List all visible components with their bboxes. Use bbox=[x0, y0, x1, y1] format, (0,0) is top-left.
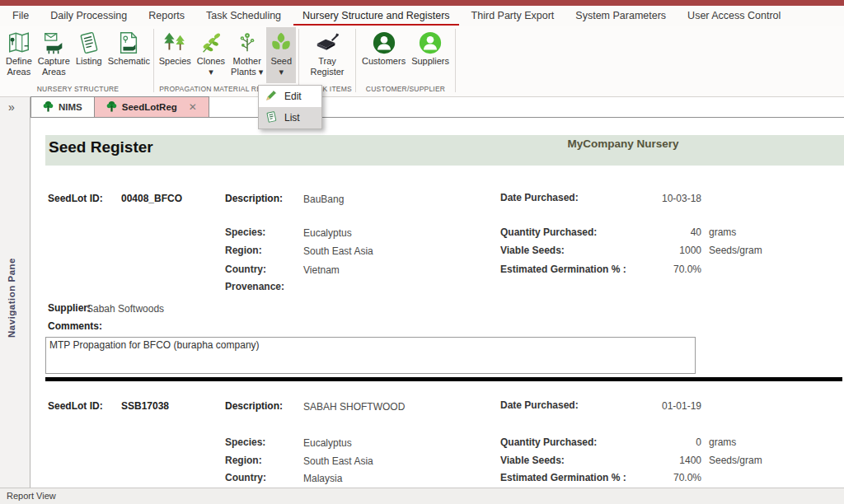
ribbon-tab-daily-processing[interactable]: Daily Processing bbox=[40, 6, 138, 26]
mother-plants-icon bbox=[235, 29, 260, 56]
suppliers-person-icon bbox=[418, 29, 443, 56]
ribbon-tab-file[interactable]: File bbox=[2, 6, 40, 26]
species-button[interactable]: Species bbox=[157, 27, 194, 83]
mother-plants-button[interactable]: MotherPlants ▾ bbox=[228, 27, 265, 83]
close-tab-icon[interactable]: ✕ bbox=[189, 101, 197, 113]
company-name: MyCompany Nursery bbox=[524, 138, 722, 150]
seedlot-label: SeedLot ID: bbox=[48, 400, 103, 412]
seedlot-value: SSB17038 bbox=[121, 400, 169, 412]
tab-nims[interactable]: NIMS bbox=[30, 96, 95, 117]
document-area: NIMS SeedLotReg ✕ Seed Register MyCompan… bbox=[30, 97, 844, 488]
comments-label: Comments: bbox=[48, 320, 102, 332]
window-titlebar bbox=[0, 0, 844, 6]
description-label: Description: bbox=[225, 400, 283, 412]
species-value: Eucalyptus bbox=[303, 227, 352, 239]
quantity-value: 40 bbox=[570, 226, 701, 238]
viable-seeds-value: 1400 bbox=[570, 455, 701, 466]
seedlot-value: 00408_BFCO bbox=[121, 193, 182, 204]
expand-navpane-chevron-icon[interactable]: » bbox=[8, 100, 15, 114]
comments-box: MTP Propagation for BFCO (burapha compan… bbox=[45, 337, 696, 374]
country-value: Vietnam bbox=[303, 264, 340, 276]
seed-dropdown-arrow[interactable]: ▾ bbox=[279, 67, 284, 77]
provenance-label: Provenance: bbox=[225, 281, 284, 292]
list-icon bbox=[265, 110, 278, 126]
group-label-nursery-structure: NURSERY STRUCTURE bbox=[3, 83, 152, 96]
quantity-value: 0 bbox=[570, 436, 701, 448]
description-label: Description: bbox=[225, 193, 283, 204]
seed-menu-list[interactable]: List bbox=[259, 107, 321, 128]
viable-seeds-label: Viable Seeds: bbox=[500, 455, 565, 466]
schematic-button[interactable]: Schematic bbox=[106, 27, 152, 83]
description-value: BauBang bbox=[303, 194, 344, 205]
group-label-customer-supplier: CUSTOMER/SUPPLIER bbox=[357, 83, 454, 96]
country-label: Country: bbox=[225, 264, 266, 275]
application-window: File Daily Processing Reports Task Sched… bbox=[0, 0, 844, 504]
tree-icon bbox=[43, 100, 54, 114]
capture-areas-button[interactable]: CaptureAreas bbox=[35, 27, 73, 83]
tab-label: NIMS bbox=[59, 102, 82, 112]
clones-button[interactable]: Clones▾ bbox=[195, 27, 227, 83]
mother-plants-dropdown-arrow[interactable]: Plants ▾ bbox=[231, 67, 263, 77]
viable-seeds-value: 1000 bbox=[570, 245, 701, 256]
species-label: Species: bbox=[225, 436, 265, 448]
seed-menu-edit[interactable]: Edit bbox=[259, 86, 321, 107]
navigation-pane-collapsed[interactable]: » Navigation Pane bbox=[0, 97, 30, 488]
ribbon-separator bbox=[455, 29, 456, 92]
seed-register-report: Seed Register MyCompany Nursery SeedLot … bbox=[30, 118, 844, 488]
ribbon-group-customer-supplier: Customers Suppliers CUSTOMER/SUPPLIER bbox=[357, 26, 454, 96]
workspace: » Navigation Pane NIMS SeedLotReg ✕ Seed… bbox=[0, 97, 844, 488]
species-trees-icon bbox=[162, 29, 187, 56]
ribbon-tab-reports[interactable]: Reports bbox=[138, 6, 195, 26]
record-divider bbox=[45, 377, 842, 381]
quantity-unit: grams bbox=[709, 226, 736, 238]
customers-person-icon bbox=[372, 29, 396, 56]
viable-seeds-unit: Seeds/gram bbox=[709, 245, 762, 256]
seedlot-label: SeedLot ID: bbox=[48, 193, 103, 204]
customers-button[interactable]: Customers bbox=[359, 27, 408, 83]
country-label: Country: bbox=[225, 472, 266, 483]
suppliers-button[interactable]: Suppliers bbox=[409, 27, 452, 83]
ribbon-tab-bar: File Daily Processing Reports Task Sched… bbox=[0, 6, 844, 26]
ribbon-separator bbox=[153, 29, 154, 92]
ribbon-tab-task-scheduling[interactable]: Task Scheduling bbox=[195, 6, 292, 26]
seed-dropdown-menu: Edit List bbox=[258, 85, 322, 129]
date-purchased-value: 01-01-19 bbox=[570, 400, 701, 412]
schematic-icon bbox=[116, 29, 141, 56]
date-purchased-label: Date Purchased: bbox=[500, 399, 579, 411]
map-areas-icon bbox=[7, 29, 31, 56]
report-header-band bbox=[45, 135, 844, 166]
tab-label: SeedLotReg bbox=[122, 102, 177, 112]
capture-areas-icon bbox=[41, 29, 66, 56]
tray-register-button[interactable]: TrayRegister bbox=[308, 27, 347, 83]
clones-leaf-icon bbox=[199, 29, 223, 56]
region-value: South East Asia bbox=[303, 245, 373, 257]
ribbon-tab-user-access-control[interactable]: User Access Control bbox=[677, 6, 791, 26]
germination-value: 70.0% bbox=[570, 264, 701, 275]
listing-button[interactable]: Listing bbox=[73, 27, 105, 83]
seed-button[interactable]: Seed▾ bbox=[266, 27, 296, 83]
ribbon-tab-third-party-export[interactable]: Third Party Export bbox=[461, 6, 565, 26]
menu-item-label: Edit bbox=[284, 91, 302, 102]
region-label: Region: bbox=[225, 245, 262, 256]
germination-value: 70.0% bbox=[570, 472, 701, 483]
seed-leaves-icon bbox=[269, 29, 293, 56]
species-value: Eucalyptus bbox=[303, 437, 352, 449]
menu-item-label: List bbox=[284, 112, 300, 124]
define-areas-button[interactable]: DefineAreas bbox=[3, 27, 35, 83]
navigation-pane-label[interactable]: Navigation Pane bbox=[7, 258, 16, 338]
ribbon-tab-nursery-structure[interactable]: Nursery Structure and Registers bbox=[292, 6, 461, 26]
listing-icon bbox=[77, 29, 101, 56]
document-tab-bar: NIMS SeedLotReg ✕ bbox=[30, 97, 844, 118]
ribbon: DefineAreas CaptureAreas Listing bbox=[0, 26, 844, 97]
ribbon-tab-system-parameters[interactable]: System Parameters bbox=[565, 6, 677, 26]
viable-seeds-label: Viable Seeds: bbox=[500, 245, 565, 256]
tab-seedlotreg[interactable]: SeedLotReg ✕ bbox=[95, 96, 209, 117]
clones-dropdown-arrow[interactable]: ▾ bbox=[209, 67, 213, 77]
region-label: Region: bbox=[225, 455, 262, 466]
edit-pencil-icon bbox=[265, 89, 278, 105]
ribbon-group-nursery-structure: DefineAreas CaptureAreas Listing bbox=[3, 26, 152, 96]
quantity-unit: grams bbox=[709, 436, 736, 448]
tree-icon bbox=[106, 100, 117, 114]
supplier-label: Supplier: bbox=[48, 302, 91, 314]
report-title: Seed Register bbox=[49, 138, 153, 156]
